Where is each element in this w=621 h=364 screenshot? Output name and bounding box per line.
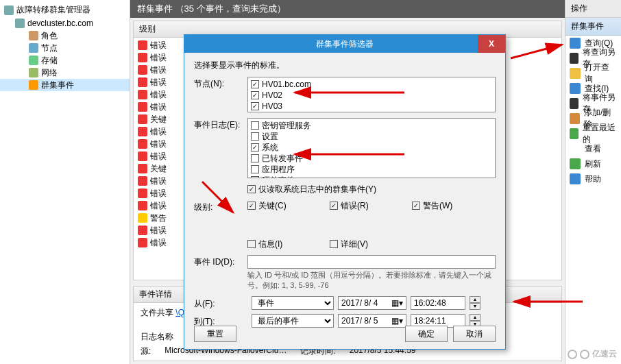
action-item[interactable]: 打开查询 [565,66,621,81]
checkbox-icon [251,121,259,130]
error-icon [138,90,147,99]
source-label: 源: [141,345,151,357]
log-label: 事件日志(E): [194,118,247,131]
checkbox-icon [251,91,259,99]
error-icon [138,238,147,247]
reset-button[interactable]: 重置 [194,326,236,342]
ok-button[interactable]: 确定 [405,326,448,342]
checkbox-icon [247,185,256,193]
checkbox-icon [247,240,256,248]
actions-title: 操作 [565,0,621,18]
log-checkbox[interactable]: 系统 [251,142,492,153]
error-icon [138,53,147,62]
level-checkbox[interactable]: 关键(C) [247,200,302,211]
node-label: 节点(N): [194,77,247,90]
error-icon [138,151,147,161]
checkbox-icon [251,154,259,162]
node-checkbox[interactable]: HV01.bc.com [251,79,492,90]
dialog-prompt: 选择要显示事件的标准。 [194,60,496,71]
action-item[interactable]: 刷新 [565,156,621,171]
error-icon [138,65,147,75]
action-icon [570,158,581,169]
action-icon [570,68,581,79]
log-checkbox[interactable]: 硬件事件 [251,175,492,178]
eventid-input[interactable] [247,255,496,269]
close-button[interactable]: X [478,35,505,53]
checkbox-icon [247,202,256,210]
checkbox-icon [251,176,259,178]
error-icon [138,102,147,112]
error-icon [138,176,147,186]
role-icon [29,31,38,40]
tree-item-roles[interactable]: 角色 [0,29,130,42]
action-icon [570,98,579,109]
error-icon [138,189,147,198]
cancel-button[interactable]: 取消 [453,326,496,342]
error-icon [138,201,147,210]
tree-item-storage[interactable]: 存储 [0,54,130,66]
critical-icon [138,164,147,173]
from-mode-select[interactable]: 事件 [252,296,334,310]
node-listbox[interactable]: HV01.bc.comHV02HV03 [247,77,496,112]
log-checkbox[interactable]: 密钥管理服务 [251,120,492,131]
tree-pane: 故障转移群集管理器 devcluster.bc.com 角色 节点 存储 网络 … [0,0,130,364]
log-checkbox[interactable]: 应用程序 [251,164,492,175]
level-checkbox[interactable]: 错误(R) [330,200,385,211]
filter-dialog: 群集事件筛选器 X 选择要显示事件的标准。 节点(N): HV01.bc.com… [184,34,506,350]
from-time[interactable]: 16:02:48 [411,296,465,310]
level-checkbox[interactable]: 警告(W) [412,200,467,211]
action-icon [570,113,580,124]
warning-icon [138,213,147,223]
cluster-icon [15,19,25,28]
action-icon [570,38,581,49]
watermark: 亿速云 [568,348,617,360]
dialog-title: 群集事件筛选器 X [184,35,505,53]
calendar-icon: ▦▾ [391,298,403,308]
error-icon [138,226,147,235]
error-icon [138,127,147,136]
share-label: 文件共享 [141,308,173,317]
checkbox-icon [251,102,259,110]
node-icon [29,43,38,53]
from-date[interactable]: 2017/ 8/ 4▦▾ [338,296,406,310]
eventid-hint: 输入 ID 号和/或 ID 范围（用逗号分隔）。若要排除标准，请先键入一个减号。… [247,270,496,291]
checkbox-icon [251,132,259,141]
action-icon [570,83,581,94]
actions-subtitle: 群集事件 [565,18,621,36]
events-icon [29,80,38,90]
tree-cluster[interactable]: devcluster.bc.com [0,17,130,29]
action-item[interactable]: 帮助 [565,171,621,186]
error-icon [138,77,147,87]
network-icon [29,68,38,77]
only-cluster-checkbox[interactable]: 仅读取系统日志中的群集事件(Y) [247,184,496,195]
cluster-mgr-icon [4,5,14,15]
content-header: 群集事件 （35 个事件，查询未完成） [130,0,565,18]
level-checkbox[interactable]: 详细(V) [330,239,385,250]
log-checkbox[interactable]: 已转发事件 [251,153,492,164]
action-icon [570,173,581,184]
checkbox-icon [251,143,259,151]
action-icon [570,143,581,154]
action-item[interactable]: 重置最近的 [565,126,621,141]
log-checkbox[interactable]: 设置 [251,131,492,142]
from-time-spinner[interactable]: ▲▼ [470,296,480,310]
tree-item-nodes[interactable]: 节点 [0,42,130,54]
checkbox-icon [330,202,338,210]
tree-item-network[interactable]: 网络 [0,66,130,79]
checkbox-icon [251,80,259,88]
storage-icon [29,56,38,65]
log-listbox[interactable]: 密钥管理服务设置系统已转发事件应用程序硬件事件 [247,118,496,178]
actions-pane: 操作 群集事件 查询(Q)将查询另存打开查询查找(I)将事件另存添加/删除重置最… [565,0,621,364]
level-label: 级别: [194,200,247,213]
eventid-label: 事件 ID(D): [194,255,247,268]
level-checkbox[interactable]: 信息(I) [247,239,302,250]
node-checkbox[interactable]: HV03 [251,101,492,112]
checkbox-icon [330,240,338,248]
calendar-icon: ▦▾ [391,316,403,326]
checkbox-icon [251,165,259,173]
critical-icon [138,114,147,124]
tree-root[interactable]: 故障转移群集管理器 [0,3,130,17]
tree-item-events[interactable]: 群集事件 [0,79,130,91]
node-checkbox[interactable]: HV02 [251,90,492,101]
error-icon [138,139,147,149]
